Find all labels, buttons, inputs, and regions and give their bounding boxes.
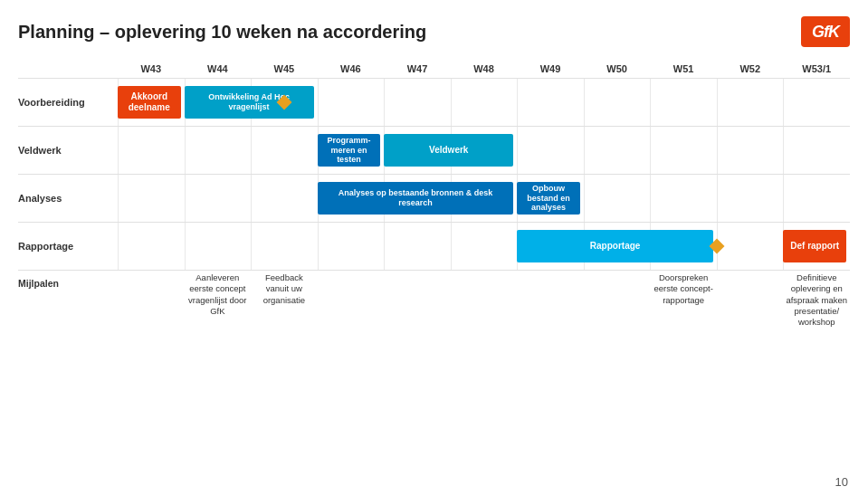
- gantt-bar: Akkoord deelname: [118, 86, 181, 119]
- col-header: W53/1: [783, 60, 850, 78]
- milestone-label: Mijlpalen: [18, 272, 118, 329]
- milestone-cell: [318, 272, 385, 329]
- row-label: Rapportage: [18, 241, 118, 252]
- grid-cell: [783, 127, 850, 174]
- milestone-cell: [451, 272, 518, 329]
- grid-cell: [118, 175, 185, 222]
- planning-row: RapportageRapportageDef rapport: [18, 222, 850, 271]
- grid-cell: [584, 79, 651, 126]
- milestone-cell: [584, 272, 651, 329]
- row-cells: Akkoord deelnameOntwikkeling Ad Hoc vrag…: [118, 79, 850, 126]
- grid-cell: [717, 127, 784, 174]
- row-label: Veldwerk: [18, 145, 118, 156]
- grid-cell: [384, 79, 451, 126]
- planning-row: AnalysesAnalyses op bestaande bronnen & …: [18, 174, 850, 222]
- grid-cell: [717, 175, 784, 222]
- grid-cell: [783, 175, 850, 222]
- row-label: Voorbereiding: [18, 97, 118, 108]
- col-header: W49: [517, 60, 584, 78]
- milestone-cell: Feedback vanuit uw organisatie: [251, 272, 318, 329]
- page: Planning – oplevering 10 weken na accord…: [0, 0, 868, 496]
- row-cells: Analyses op bestaande bronnen & desk res…: [118, 175, 850, 222]
- grid-cell: [584, 127, 651, 174]
- gantt-bar: Def rapport: [783, 230, 846, 262]
- gfk-logo: GfK: [801, 16, 850, 47]
- grid-cell: [584, 175, 651, 222]
- planning-row: VoorbereidingAkkoord deelnameOntwikkelin…: [18, 78, 850, 126]
- col-header: W50: [584, 60, 651, 78]
- gantt-bar: Rapportage: [517, 230, 713, 262]
- grid-cell: [185, 175, 252, 222]
- header: Planning – oplevering 10 weken na accord…: [18, 16, 850, 47]
- milestone-cell: [717, 272, 784, 329]
- grid-cell: [251, 175, 318, 222]
- gantt-bar: Opbouw bestand en analyses: [517, 182, 580, 215]
- col-header: W43: [118, 60, 185, 78]
- grid-cell: [650, 127, 717, 174]
- col-header: W46: [318, 60, 385, 78]
- grid-cell: [118, 127, 185, 174]
- col-header: W47: [384, 60, 451, 78]
- logo-text: GfK: [812, 23, 839, 42]
- grid-cell: [717, 79, 784, 126]
- gantt-bar: Analyses op bestaande bronnen & desk res…: [318, 182, 514, 215]
- grid-cell: [451, 223, 518, 270]
- col-header: W44: [185, 60, 252, 78]
- page-number: 10: [835, 475, 848, 489]
- col-header: W52: [717, 60, 784, 78]
- milestone-cell: Doorspreken eerste concept-rapportage: [650, 272, 717, 329]
- col-header: W48: [451, 60, 518, 78]
- row-cells: Programm- meren en testenVeldwerk: [118, 127, 850, 174]
- grid-cell: [251, 223, 318, 270]
- column-headers: W43W44W45W46W47W48W49W50W51W52W53/1: [118, 60, 850, 78]
- milestone-cell: Aanleveren eerste concept vragenlijst do…: [185, 272, 252, 329]
- grid-cell: [650, 79, 717, 126]
- gantt-bar: Ontwikkeling Ad Hoc vragenlijst: [185, 86, 314, 119]
- milestone-cell: [517, 272, 584, 329]
- grid-cell: [318, 223, 385, 270]
- page-title: Planning – oplevering 10 weken na accord…: [18, 22, 426, 43]
- row-cells: RapportageDef rapport: [118, 223, 850, 270]
- milestone-cell: [384, 272, 451, 329]
- grid-cell: [318, 79, 385, 126]
- grid-cell: [517, 127, 584, 174]
- grid-cell: [650, 175, 717, 222]
- grid-cell: [251, 127, 318, 174]
- grid-cell: [783, 79, 850, 126]
- milestone-section: Mijlpalen Aanleveren eerste concept vrag…: [18, 272, 850, 329]
- milestone-cell: Definitieve oplevering en afspraak maken…: [783, 272, 850, 329]
- planning-grid: W43W44W45W46W47W48W49W50W51W52W53/1 Voor…: [18, 60, 850, 329]
- grid-cell: [185, 127, 252, 174]
- grid-cell: [185, 223, 252, 270]
- row-label: Analyses: [18, 193, 118, 204]
- grid-cell: [451, 79, 518, 126]
- grid-cell: [384, 223, 451, 270]
- gantt-bar: Programm- meren en testen: [318, 134, 381, 167]
- col-header: W45: [251, 60, 318, 78]
- grid-cell: [118, 223, 185, 270]
- milestone-cell: [118, 272, 185, 329]
- planning-row: VeldwerkProgramm- meren en testenVeldwer…: [18, 126, 850, 174]
- col-header: W51: [650, 60, 717, 78]
- grid-cell: [717, 223, 784, 270]
- grid-cell: [517, 79, 584, 126]
- gantt-bar: Veldwerk: [384, 134, 513, 167]
